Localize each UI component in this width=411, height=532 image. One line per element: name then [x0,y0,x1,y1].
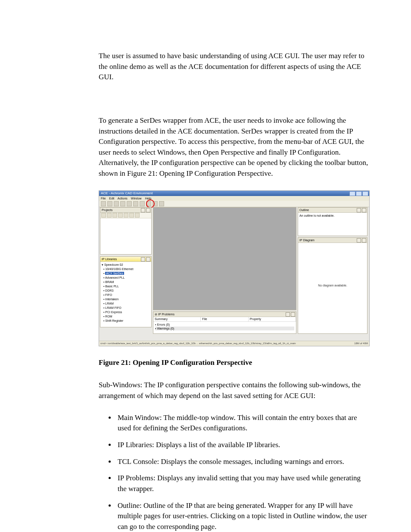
pane-max-icon[interactable] [146,257,150,261]
ip-problems-tab[interactable]: ⊘ IP Problems [155,313,174,316]
tree-item[interactable]: ▪ Advanced PLL [102,276,150,280]
pane-max-icon[interactable] [362,238,366,243]
project-tool-icon[interactable] [135,213,140,218]
spacer [99,94,369,115]
subwindows-intro: Sub-Windows: The IP configuration perspe… [99,380,369,401]
ip-problems-header: ⊘ IP Problems [153,312,296,317]
bullet-main-window: Main Window: The middle-top window. This… [116,413,369,434]
ip-problems-pane: ⊘ IP Problems Summary File Property ▪ Er… [153,311,296,334]
pane-min-icon[interactable] [357,208,361,212]
subwindows-list: Main Window: The middle-top window. This… [116,413,369,532]
close-button[interactable] [362,191,368,196]
tree-item[interactable]: ▪ ROM [102,314,150,319]
tree-item[interactable]: ▪ DDR3 [102,289,150,293]
menu-window[interactable]: Window [131,197,142,200]
intro-paragraph-2: To generate a SerDes wrapper from ACE, t… [99,115,369,179]
outline-pane: Outline An outline is not available. [298,207,367,236]
outline-tab[interactable]: Outline [299,208,309,212]
projects-toolbar [100,213,151,218]
ip-libraries-header: IP Libraries [100,257,151,262]
status-bar: cmd> run/disable/ace_test_brit/1_ax/brit… [99,341,369,346]
bullet-tcl-console: TCL Console: Displays the console messag… [116,457,369,467]
main-window-pane [153,207,296,310]
warnings-row[interactable]: ▪ Warnings (0) [155,327,294,330]
toolbar-icon[interactable] [114,201,119,206]
outline-body: An outline is not available. [298,213,367,219]
status-left: cmd> run/disable/ace_test_brit/1_ax/brit… [100,342,296,345]
pane-max-icon[interactable] [291,312,295,317]
toolbar-icon[interactable] [101,201,106,206]
page: The user is assumed to have basic unders… [0,0,411,532]
minimize-button[interactable] [349,191,355,196]
window-buttons [349,191,368,196]
figure-21: ACE - Achronix CAD Environment File Edit… [99,190,369,346]
figure-caption: Figure 21: Opening IP Configuration Pers… [99,358,369,368]
tree-root[interactable]: ▾ Speedcore 02 [102,263,150,267]
menubar[interactable]: File Edit Actions Window Help [99,196,369,201]
toolbar [99,201,369,207]
ip-diagram-header: IP Diagram [298,238,367,243]
maximize-button[interactable] [356,191,362,196]
project-tool-icon[interactable] [129,213,134,218]
bullet-ip-libraries: IP Libraries: Displays a list of the ava… [116,440,369,451]
ip-diagram-message: No diagram available. [298,283,367,288]
toolbar-icon[interactable] [107,201,112,206]
outline-header: Outline [298,208,367,213]
pane-min-icon[interactable] [141,257,145,261]
tree-item[interactable]: ▪ LRAM [102,302,150,306]
tree-item-selected[interactable]: ▪ ACX SerDes [102,271,150,276]
window-title: ACE - Achronix CAD Environment [101,191,153,195]
menu-edit[interactable]: Edit [109,197,114,200]
menu-actions[interactable]: Actions [118,197,128,200]
toolbar-icon[interactable] [140,201,145,206]
projects-tab[interactable]: Projects [102,208,112,212]
projects-pane-header: Projects [100,208,151,213]
pane-max-icon[interactable] [362,208,366,212]
bullet-outline: Outline: Outline of the IP that are bein… [116,501,369,532]
tree-item[interactable]: ▪ Shift Register [102,319,150,323]
toolbar-icon[interactable] [133,201,138,206]
ip-diagram-pane: IP Diagram No diagram available. [298,237,367,334]
bullet-ip-problems: IP Problems: Displays any invalid settin… [116,473,369,494]
ip-libraries-pane: IP Libraries ▾ Speedcore 02 ▪ 10/40/100G… [100,256,152,327]
project-tool-icon[interactable] [112,213,117,218]
ip-diagram-tab[interactable]: IP Diagram [299,239,314,242]
ip-libraries-tab[interactable]: IP Libraries [102,258,117,261]
col-property[interactable]: Property [249,317,296,321]
tree-item[interactable]: ▪ BRAM [102,280,150,284]
tree-item[interactable]: ▪ 10/40/100G Ethernet [102,267,150,271]
col-file[interactable]: File [201,317,248,321]
project-tool-icon[interactable] [107,213,112,218]
project-tool-icon[interactable] [124,213,128,218]
ip-libraries-tree[interactable]: ▾ Speedcore 02 ▪ 10/40/100G Ethernet ▪ A… [100,262,151,324]
projects-pane: Projects [100,207,152,255]
highlight-circle [146,199,155,208]
toolbar-icon[interactable] [120,201,125,206]
pane-min-icon[interactable] [357,238,361,243]
ace-screenshot: ACE - Achronix CAD Environment File Edit… [99,190,370,346]
pane-max-icon[interactable] [146,208,150,212]
menu-file[interactable]: File [101,197,106,200]
toolbar-icon[interactable] [127,201,132,206]
toolbar-icon[interactable] [159,201,164,206]
col-summary[interactable]: Summary [153,317,201,321]
tree-item[interactable]: ▪ LRAM FIFO [102,306,150,310]
tree-item[interactable]: ▪ PCI Express [102,310,150,314]
problems-columns: Summary File Property [153,317,296,322]
tree-item[interactable]: ▪ Basic PLL [102,284,150,289]
project-tool-icon[interactable] [101,213,106,218]
pane-min-icon[interactable] [286,312,290,317]
status-right: 18M of 40M [354,342,368,345]
errors-row[interactable]: ▪ Errors (0) [155,323,294,327]
window-titlebar: ACE - Achronix CAD Environment [99,191,369,196]
project-tool-icon[interactable] [118,213,123,218]
intro-paragraph-1: The user is assumed to have basic unders… [99,51,369,83]
problems-body: ▪ Errors (0) ▪ Warnings (0) [153,322,296,331]
tree-item[interactable]: ▪ Interlaken [102,297,150,302]
pane-min-icon[interactable] [141,208,145,212]
tree-item[interactable]: ▪ FIFO [102,293,150,297]
